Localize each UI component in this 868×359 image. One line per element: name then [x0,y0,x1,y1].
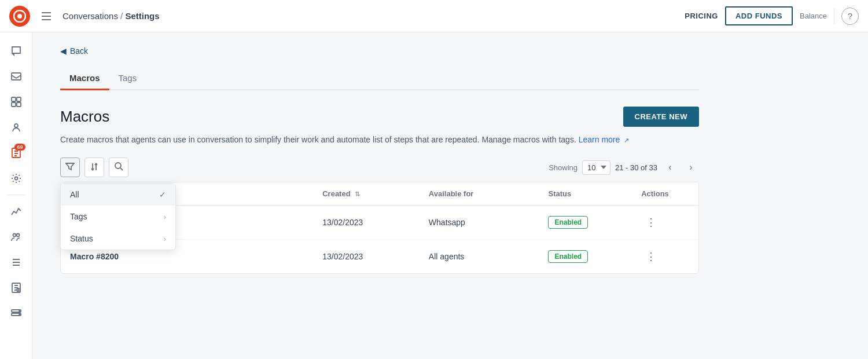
status-badge: Enabled [548,250,588,263]
app-logo [9,6,30,27]
main-content: ◀ Back Macros Tags Macros CREATE NEW Cre… [32,32,868,359]
svg-point-9 [14,177,17,180]
sidebar-item-audit[interactable] [5,276,28,299]
sort-button[interactable] [84,157,104,177]
dropdown-item-status[interactable]: Status › [61,228,175,250]
nav-right: PRICING ADD FUNDS Balance ? [685,6,859,25]
toolbar-right: Showing 10 25 50 21 - 30 of 33 ‹ › [549,159,699,175]
svg-rect-3 [12,97,16,101]
row-status: Enabled [539,240,632,274]
svg-point-10 [13,234,16,237]
macros-description: Create macros that agents can use in con… [60,134,699,146]
svg-rect-4 [17,97,21,101]
sidebar-item-inbox[interactable] [5,65,28,88]
filter-icon [65,162,75,173]
row-created: 13/02/2023 [313,206,420,240]
prev-page-button[interactable]: ‹ [662,159,678,175]
col-available: Available for [420,182,539,206]
pricing-link[interactable]: PRICING [685,12,718,20]
sort-icon [90,162,98,173]
sidebar-item-macros[interactable]: 69 [5,141,28,164]
col-created[interactable]: Created ⇅ [313,182,420,206]
top-nav: Conversations / Settings PRICING ADD FUN… [0,0,868,32]
dropdown-item-all[interactable]: All ✓ [61,184,175,206]
col-status: Status [539,182,632,206]
dropdown-item-label: All [70,190,79,199]
row-available-for: All agents [420,240,539,274]
chevron-right-icon: › [164,213,166,221]
row-actions: ⋮ [632,206,698,240]
add-funds-button[interactable]: ADD FUNDS [725,6,793,25]
sidebar-item-contacts[interactable] [5,116,28,139]
app-layout: 69 [0,32,868,359]
balance-label: Balance [800,12,827,20]
external-link-icon: ↗ [624,137,629,144]
search-icon [115,162,123,173]
showing-label: Showing [549,163,578,172]
back-link[interactable]: ◀ Back [60,46,699,56]
dropdown-item-label: Tags [70,212,87,221]
check-icon: ✓ [159,190,166,199]
sidebar-item-settings[interactable] [5,167,28,190]
breadcrumb-current: Settings [125,11,159,21]
back-label: Back [70,46,88,56]
next-icon: › [689,162,692,173]
macros-header: Macros CREATE NEW [60,107,699,127]
sidebar-item-storage[interactable] [5,302,28,325]
svg-point-17 [19,314,20,315]
help-button[interactable]: ? [841,8,859,25]
tab-tags[interactable]: Tags [109,67,146,90]
sidebar-item-conversations[interactable] [5,39,28,63]
tab-macros[interactable]: Macros [60,67,109,90]
col-actions: Actions [632,182,698,206]
create-new-button[interactable]: CREATE NEW [623,107,699,127]
row-actions-button[interactable]: ⋮ [641,214,661,231]
expand-button[interactable] [37,7,56,25]
dropdown-item-tags[interactable]: Tags › [61,206,175,228]
content-area: ◀ Back Macros Tags Macros CREATE NEW Cre… [32,32,727,288]
tabs-container: Macros Tags [60,67,699,90]
sidebar: 69 [0,32,32,359]
row-status: Enabled [539,206,632,240]
per-page-select[interactable]: 10 25 50 [582,160,610,175]
svg-point-11 [16,234,19,237]
next-page-button[interactable]: › [683,159,699,175]
filter-dropdown: All ✓ Tags › Status › [60,183,176,250]
sidebar-item-analytics[interactable] [5,200,28,223]
macros-badge: 69 [14,144,25,151]
svg-point-7 [14,124,18,127]
breadcrumb: Conversations / Settings [62,11,678,21]
sidebar-item-widget[interactable] [5,90,28,113]
filter-button[interactable] [60,157,80,177]
sort-created-icon: ⇅ [355,191,360,197]
breadcrumb-parent[interactable]: Conversations [62,11,118,21]
sidebar-item-teams[interactable] [5,225,28,248]
sidebar-item-lists[interactable] [5,251,28,274]
svg-point-16 [19,310,20,312]
svg-point-1 [17,14,22,19]
svg-rect-6 [17,102,21,107]
sidebar-divider [7,195,25,195]
dropdown-item-label: Status [70,234,93,243]
svg-point-18 [115,163,121,168]
search-button[interactable] [109,157,128,177]
learn-more-link[interactable]: Learn more ↗ [579,135,629,144]
prev-icon: ‹ [668,162,671,173]
row-created: 13/02/2023 [313,240,420,274]
toolbar: All ✓ Tags › Status › Sho [60,157,699,177]
back-chevron-icon: ◀ [60,46,67,56]
page-info: 21 - 30 of 33 [615,163,657,172]
row-actions-button[interactable]: ⋮ [641,248,661,265]
status-badge: Enabled [548,216,588,229]
chevron-right-icon: › [164,235,166,243]
svg-rect-5 [12,102,16,107]
row-available-for: Whatsapp [420,206,539,240]
macros-title: Macros [60,108,109,126]
toolbar-left: All ✓ Tags › Status › [60,157,128,177]
row-actions: ⋮ [632,240,698,274]
nav-divider [834,8,834,24]
